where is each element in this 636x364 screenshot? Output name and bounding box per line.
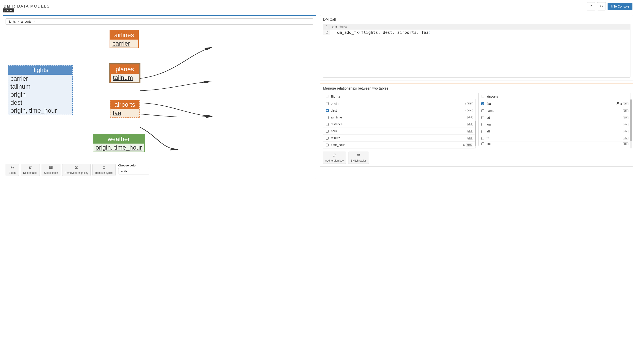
close-icon[interactable]: ×	[33, 20, 35, 23]
logo: DM R DATA MODELS	[4, 4, 50, 9]
rel-row[interactable]: dstchr	[479, 142, 630, 146]
type-badge: chr	[623, 102, 628, 105]
diagram-node-weather[interactable]: weather origin, time_hour	[93, 134, 145, 152]
svg-point-8	[103, 166, 105, 169]
undo-button[interactable]: ↺	[587, 2, 595, 10]
dm-call-title: DM Call	[320, 15, 633, 24]
rel-row[interactable]: hourdbl	[323, 128, 475, 135]
checkbox-icon[interactable]	[482, 95, 484, 98]
column-name: dst	[485, 142, 623, 146]
type-badge: chr	[623, 109, 628, 112]
chevrons-right-icon: »	[464, 109, 466, 112]
column-name: name	[485, 109, 623, 112]
search-chip-airports[interactable]: airports ×	[21, 20, 35, 23]
close-icon[interactable]: ×	[18, 20, 19, 23]
node-col[interactable]: origin, time_hour	[10, 107, 70, 115]
column-checkbox[interactable]	[326, 137, 329, 140]
column-checkbox[interactable]	[326, 116, 329, 119]
link-icon	[325, 153, 344, 158]
column-checkbox[interactable]	[326, 144, 329, 146]
relationships-panel: Manage relationships between two tables …	[320, 84, 633, 167]
rel-row[interactable]: time_hour»dttm	[323, 142, 475, 148]
column-checkbox[interactable]	[326, 109, 329, 112]
node-key[interactable]: carrier	[112, 40, 136, 48]
column-checkbox[interactable]	[326, 102, 329, 105]
rel-row[interactable]: latdbl	[479, 114, 630, 121]
node-title: airlines	[110, 31, 138, 40]
rel-row[interactable]: namechr	[479, 107, 630, 114]
rel-row[interactable]: tzdbl	[479, 135, 630, 142]
node-col[interactable]: carrier	[10, 75, 70, 83]
checkbox-icon[interactable]	[326, 95, 328, 98]
node-col[interactable]: origin	[10, 91, 70, 99]
choose-color-label: Choose color	[118, 164, 149, 167]
column-name: tz	[485, 136, 623, 140]
type-badge: dbl	[623, 137, 628, 140]
column-checkbox[interactable]	[481, 123, 484, 126]
tooltip: planes	[3, 8, 14, 12]
column-checkbox[interactable]	[326, 123, 329, 126]
node-key[interactable]: faa	[113, 109, 137, 117]
svg-rect-2	[50, 166, 53, 169]
select-table-button[interactable]: Select table	[42, 164, 60, 176]
switch-tables-button[interactable]: Switch tables	[348, 152, 369, 164]
node-title: flights	[8, 66, 72, 75]
diagram-node-planes[interactable]: planes tailnum	[109, 63, 140, 83]
column-checkbox[interactable]	[481, 102, 484, 105]
rel-table-name: airports	[485, 95, 629, 98]
rel-row[interactable]: air_timedbl	[323, 114, 475, 121]
column-checkbox[interactable]	[481, 109, 484, 112]
type-badge: dbl	[623, 116, 628, 119]
color-input[interactable]	[118, 168, 149, 174]
rel-table-right: airports faa«chrnamechrlatdbllondblaltdb…	[478, 93, 631, 146]
node-key[interactable]: origin, time_hour	[96, 144, 142, 152]
column-checkbox[interactable]	[481, 130, 484, 133]
diagram-panel: flights × airports ×	[3, 15, 316, 179]
type-badge: dbl	[467, 116, 473, 119]
diagram-node-airlines[interactable]: airlines carrier	[110, 30, 139, 48]
node-key[interactable]: tailnum	[113, 74, 137, 82]
column-name: distance	[330, 122, 467, 126]
rel-row[interactable]: minutedbl	[323, 135, 475, 142]
rel-row[interactable]: altdbl	[479, 128, 630, 135]
table-search[interactable]: flights × airports ×	[6, 18, 313, 25]
rel-row[interactable]: distancedbl	[323, 121, 475, 128]
delete-table-button[interactable]: Delete table	[21, 164, 40, 176]
line-number: 1	[323, 24, 330, 30]
svg-rect-0	[30, 167, 30, 168]
column-checkbox[interactable]	[326, 130, 329, 133]
zoom-button[interactable]: Zoom	[6, 164, 19, 176]
binoculars-icon	[8, 165, 16, 170]
redo-button[interactable]: ↻	[597, 2, 606, 10]
type-badge: dttm	[466, 144, 473, 146]
rel-row[interactable]: dest»chr	[323, 107, 475, 114]
column-name: hour	[330, 129, 467, 133]
column-checkbox[interactable]	[481, 142, 484, 145]
scrollbar[interactable]	[475, 99, 476, 148]
add-fk-button[interactable]: Add foreign key	[323, 152, 346, 164]
to-console-button[interactable]: ⎘ To Console	[608, 3, 632, 10]
type-badge: chr	[623, 142, 628, 145]
node-col[interactable]: dest	[10, 99, 70, 107]
chevrons-right-icon: »	[464, 102, 466, 105]
code-editor[interactable]: 1 dm %>% 2 dm_add_fk(flights, dest, airp…	[323, 24, 630, 78]
diagram-node-flights[interactable]: flights carrier tailnum origin dest orig…	[8, 65, 73, 115]
type-badge: chr	[467, 109, 473, 112]
scrollbar[interactable]	[630, 99, 632, 148]
diagram-node-airports[interactable]: airports faa	[110, 100, 140, 118]
type-badge: chr	[467, 102, 473, 105]
rel-row[interactable]: faa«chr	[479, 100, 630, 107]
search-chip-flights[interactable]: flights ×	[8, 20, 19, 23]
node-col[interactable]: tailnum	[10, 83, 70, 91]
diagram-canvas[interactable]: flights carrier tailnum origin dest orig…	[6, 27, 313, 158]
rel-table-name: flights	[330, 95, 473, 98]
remove-cycles-button[interactable]: Remove cycles	[92, 164, 115, 176]
rel-row[interactable]: origin»chr	[323, 100, 475, 107]
diagram-toolbar: Zoom Delete table Select table	[3, 161, 316, 179]
remove-fk-button[interactable]: Remove foreign key	[62, 164, 91, 176]
rel-table-left: flights origin»chrdest»chrair_timedbldis…	[323, 93, 475, 148]
column-checkbox[interactable]	[481, 116, 484, 119]
type-badge: dbl	[467, 130, 473, 133]
column-checkbox[interactable]	[481, 137, 484, 140]
rel-row[interactable]: londbl	[479, 121, 630, 128]
